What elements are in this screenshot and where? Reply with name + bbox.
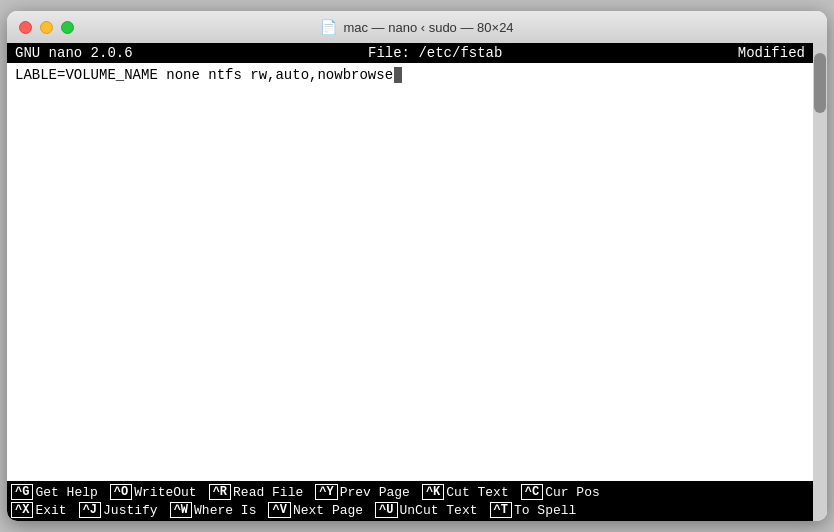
footer-key: ^C (521, 484, 543, 500)
title-icon: 📄 (320, 19, 337, 35)
footer-row-2: ^XExit^JJustify^WWhere Is^VNext Page^UUn… (11, 501, 809, 519)
footer-item: ^TTo Spell (490, 502, 585, 518)
footer-key: ^J (79, 502, 101, 518)
scrollbar-thumb[interactable] (814, 53, 826, 113)
footer-label: Cur Pos (545, 485, 600, 500)
editor-area[interactable]: LABLE=VOLUME_NAME none ntfs rw,auto,nowb… (7, 63, 813, 481)
footer-label: Read File (233, 485, 303, 500)
footer-key: ^R (209, 484, 231, 500)
window: 📄 mac — nano ‹ sudo — 80×24 GNU nano 2.0… (7, 11, 827, 521)
footer-item: ^YPrev Page (315, 484, 418, 500)
footer-item: ^UUnCut Text (375, 502, 485, 518)
nano-status: Modified (738, 45, 805, 61)
traffic-lights (19, 21, 74, 34)
footer-item: ^CCur Pos (521, 484, 608, 500)
nano-footer: ^GGet Help^OWriteOut^RRead File^YPrev Pa… (7, 481, 813, 521)
footer-key: ^O (110, 484, 132, 500)
footer-key: ^T (490, 502, 512, 518)
nano-header: GNU nano 2.0.6 File: /etc/fstab Modified (7, 43, 813, 63)
footer-label: UnCut Text (400, 503, 478, 518)
footer-row-1: ^GGet Help^OWriteOut^RRead File^YPrev Pa… (11, 483, 809, 501)
footer-label: Where Is (194, 503, 256, 518)
cursor (394, 67, 402, 83)
scrollbar-area: GNU nano 2.0.6 File: /etc/fstab Modified… (7, 43, 827, 521)
footer-label: To Spell (514, 503, 576, 518)
footer-item: ^GGet Help (11, 484, 106, 500)
footer-label: Justify (103, 503, 158, 518)
title-text: mac — nano ‹ sudo — 80×24 (343, 20, 513, 35)
footer-item: ^WWhere Is (170, 502, 265, 518)
minimize-button[interactable] (40, 21, 53, 34)
editor-content: LABLE=VOLUME_NAME none ntfs rw,auto,nowb… (15, 67, 393, 83)
terminal: GNU nano 2.0.6 File: /etc/fstab Modified… (7, 43, 813, 521)
footer-key: ^K (422, 484, 444, 500)
footer-key: ^X (11, 502, 33, 518)
footer-label: Exit (35, 503, 66, 518)
footer-label: Next Page (293, 503, 363, 518)
footer-key: ^V (268, 502, 290, 518)
footer-key: ^U (375, 502, 397, 518)
footer-item: ^XExit (11, 502, 75, 518)
footer-item: ^OWriteOut (110, 484, 205, 500)
editor-line-1: LABLE=VOLUME_NAME none ntfs rw,auto,nowb… (15, 67, 805, 83)
maximize-button[interactable] (61, 21, 74, 34)
window-title: 📄 mac — nano ‹ sudo — 80×24 (320, 19, 513, 35)
footer-label: Prev Page (340, 485, 410, 500)
footer-item: ^RRead File (209, 484, 312, 500)
footer-key: ^G (11, 484, 33, 500)
footer-item: ^VNext Page (268, 502, 371, 518)
scrollbar[interactable] (813, 43, 827, 521)
footer-item: ^JJustify (79, 502, 166, 518)
footer-item: ^KCut Text (422, 484, 517, 500)
nano-file: File: /etc/fstab (368, 45, 502, 61)
footer-label: WriteOut (134, 485, 196, 500)
nano-version: GNU nano 2.0.6 (15, 45, 133, 61)
footer-key: ^W (170, 502, 192, 518)
close-button[interactable] (19, 21, 32, 34)
footer-label: Get Help (35, 485, 97, 500)
footer-key: ^Y (315, 484, 337, 500)
title-bar: 📄 mac — nano ‹ sudo — 80×24 (7, 11, 827, 43)
footer-label: Cut Text (446, 485, 508, 500)
